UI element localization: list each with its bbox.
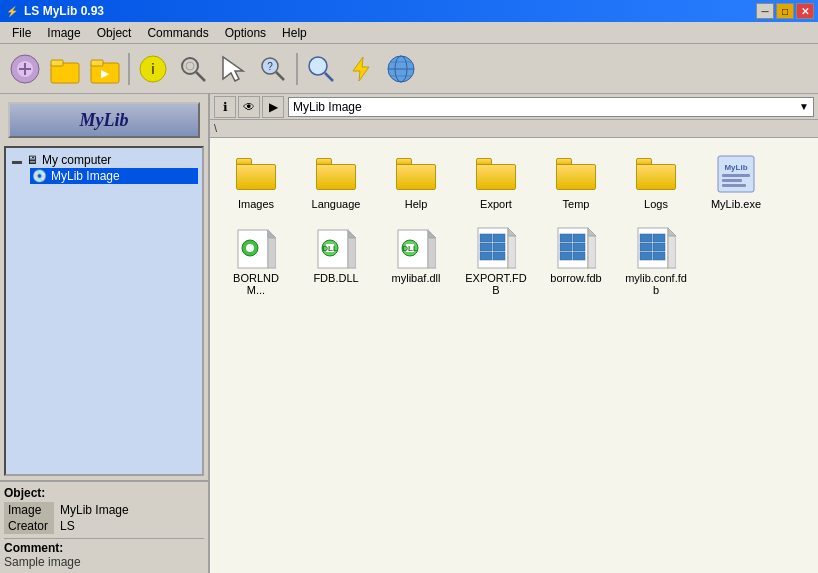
svg-rect-52 <box>493 252 505 260</box>
svg-marker-18 <box>353 57 369 81</box>
folder-icon-logs <box>634 152 678 196</box>
file-label: Export <box>480 198 512 210</box>
breadcrumb-bar: \ <box>210 120 818 138</box>
svg-rect-28 <box>722 184 746 187</box>
toolbar-zoom-btn[interactable] <box>302 50 340 88</box>
file-label: MyLib.exe <box>711 198 761 210</box>
tree-area[interactable]: ▬ 🖥 My computer 💿 MyLib Image <box>4 146 204 476</box>
svg-marker-31 <box>268 230 276 238</box>
dll-icon-borlndm <box>234 226 278 270</box>
svg-rect-57 <box>573 234 585 242</box>
toolbar-folder2-btn[interactable]: ▶ <box>86 50 124 88</box>
close-button[interactable]: ✕ <box>796 3 814 19</box>
file-grid[interactable]: Images Language Help <box>210 138 818 573</box>
list-item[interactable]: mylib.conf.fdb <box>620 222 692 300</box>
toolbar-cursor-btn[interactable] <box>214 50 252 88</box>
menu-options[interactable]: Options <box>217 24 274 42</box>
toolbar-open-btn[interactable] <box>6 50 44 88</box>
list-item[interactable]: MyLib MyLib.exe <box>700 148 772 214</box>
file-label: EXPORT.FDB <box>464 272 528 296</box>
menu-commands[interactable]: Commands <box>139 24 216 42</box>
path-bar: ℹ 👁 ▶ MyLib Image ▼ <box>210 94 818 120</box>
toolbar-globe-btn[interactable] <box>382 50 420 88</box>
svg-text:DLL: DLL <box>402 244 418 253</box>
breadcrumb-text: \ <box>214 122 217 134</box>
svg-marker-63 <box>668 228 676 236</box>
svg-text:i: i <box>151 61 155 77</box>
svg-rect-36 <box>348 238 356 268</box>
dll-icon-mylibaf: DLL <box>394 226 438 270</box>
svg-marker-40 <box>428 230 436 238</box>
svg-rect-5 <box>91 60 103 66</box>
file-label: Logs <box>644 198 668 210</box>
path-info-btn[interactable]: ℹ <box>214 96 236 118</box>
menu-image[interactable]: Image <box>39 24 88 42</box>
list-item[interactable]: EXPORT.FDB <box>460 222 532 300</box>
mylib-header: MyLib <box>8 102 200 138</box>
object-value-image: MyLib Image <box>58 502 131 518</box>
computer-icon: 🖥 <box>26 153 38 167</box>
app-icon: ⚡ <box>4 3 20 19</box>
path-dropdown[interactable]: MyLib Image ▼ <box>288 97 814 117</box>
svg-text:DLL: DLL <box>322 244 338 253</box>
list-item[interactable]: DLL FDB.DLL <box>300 222 372 300</box>
dropdown-arrow-icon: ▼ <box>799 101 809 112</box>
toolbar-folder-btn[interactable] <box>46 50 84 88</box>
toolbar-sep-2 <box>296 53 298 85</box>
list-item[interactable]: Help <box>380 148 452 214</box>
svg-rect-59 <box>573 243 585 251</box>
object-label-image: Image <box>4 502 54 518</box>
svg-rect-65 <box>640 234 652 242</box>
svg-point-33 <box>246 244 254 252</box>
menu-help[interactable]: Help <box>274 24 315 42</box>
svg-rect-61 <box>573 252 585 260</box>
folder-icon-images <box>234 152 278 196</box>
svg-point-11 <box>186 62 194 70</box>
list-item[interactable]: Language <box>300 148 372 214</box>
path-view-btn[interactable]: 👁 <box>238 96 260 118</box>
svg-text:▶: ▶ <box>101 68 110 79</box>
maximize-button[interactable]: □ <box>776 3 794 19</box>
tree-node-mycomputer[interactable]: ▬ 🖥 My computer <box>10 152 198 168</box>
fdb-icon-export <box>474 226 518 270</box>
comment-section: Comment: Sample image <box>4 538 204 569</box>
menu-object[interactable]: Object <box>89 24 140 42</box>
path-nav-btn[interactable]: ▶ <box>262 96 284 118</box>
list-item[interactable]: Images <box>220 148 292 214</box>
toolbar-info-btn[interactable]: i <box>134 50 172 88</box>
exe-icon-mylib: MyLib <box>714 152 758 196</box>
svg-rect-3 <box>51 60 63 66</box>
toolbar-search2-btn[interactable]: ? <box>254 50 292 88</box>
file-label: borrow.fdb <box>550 272 601 284</box>
svg-rect-66 <box>653 234 665 242</box>
svg-rect-47 <box>480 234 492 242</box>
tree-node-mylibimage[interactable]: 💿 MyLib Image <box>30 168 198 184</box>
list-item[interactable]: borrow.fdb <box>540 222 612 300</box>
expand-icon: ▬ <box>12 155 22 166</box>
menu-bar: File Image Object Commands Options Help <box>0 22 818 44</box>
menu-file[interactable]: File <box>4 24 39 42</box>
svg-rect-49 <box>480 243 492 251</box>
minimize-button[interactable]: ─ <box>756 3 774 19</box>
list-item[interactable]: BORLNDM... <box>220 222 292 300</box>
svg-rect-64 <box>668 236 676 268</box>
list-item[interactable]: Logs <box>620 148 692 214</box>
tree-node-label: My computer <box>42 153 111 167</box>
tree-child-label: MyLib Image <box>51 169 120 183</box>
file-label: Help <box>405 198 428 210</box>
folder-icon-temp <box>554 152 598 196</box>
svg-rect-26 <box>722 174 750 177</box>
fdb-icon-mylibconf <box>634 226 678 270</box>
left-panel: MyLib ▬ 🖥 My computer 💿 MyLib Image Obje… <box>0 94 210 573</box>
list-item[interactable]: DLL mylibaf.dll <box>380 222 452 300</box>
svg-rect-50 <box>493 243 505 251</box>
image-icon: 💿 <box>32 169 47 183</box>
file-label: mylib.conf.fdb <box>624 272 688 296</box>
file-label: FDB.DLL <box>313 272 358 284</box>
toolbar-lightning-btn[interactable] <box>342 50 380 88</box>
list-item[interactable]: Export <box>460 148 532 214</box>
list-item[interactable]: Temp <box>540 148 612 214</box>
object-value-creator: LS <box>58 518 77 534</box>
svg-rect-69 <box>640 252 652 260</box>
toolbar-search-btn[interactable] <box>174 50 212 88</box>
